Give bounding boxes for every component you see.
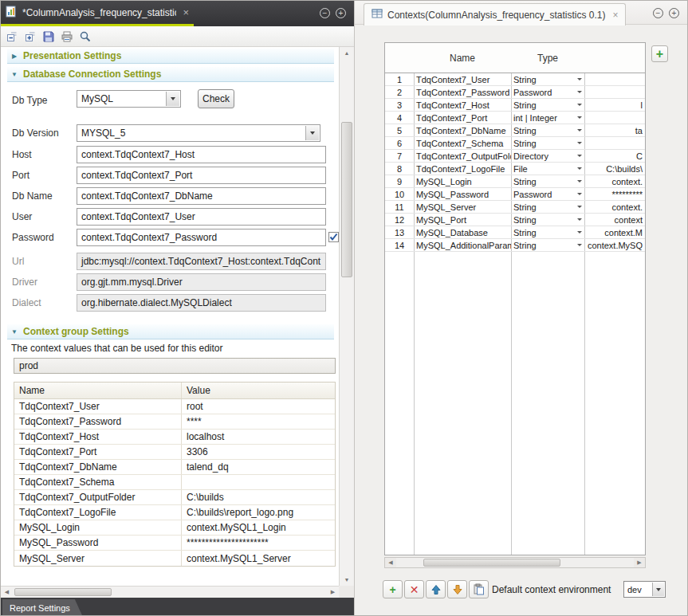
type-dropdown-icon[interactable]: [577, 206, 582, 208]
context-value-row[interactable]: TdqContext7_Schema: [14, 475, 335, 490]
variable-type-cell[interactable]: String: [511, 214, 584, 226]
variable-type-cell[interactable]: String: [511, 201, 584, 213]
variable-value-cell[interactable]: context.M: [584, 226, 645, 238]
contexts-table-row[interactable]: 1TdqContext7_UserString: [385, 73, 645, 86]
variable-value-cell[interactable]: [584, 112, 645, 124]
variable-name-cell[interactable]: MySQL_Password: [414, 188, 511, 200]
expand-all-icon[interactable]: [23, 29, 37, 44]
scroll-right-icon[interactable]: ▶: [327, 587, 339, 598]
scroll-left-icon[interactable]: ◀: [385, 558, 396, 567]
minimize-icon[interactable]: −: [653, 8, 663, 18]
type-dropdown-icon[interactable]: [577, 78, 582, 80]
environment-combo[interactable]: dev: [623, 581, 666, 598]
maximize-icon[interactable]: +: [669, 8, 679, 18]
scroll-left-icon[interactable]: ◀: [1, 587, 13, 598]
tab-contexts[interactable]: Contexts(ColumnAnalysis_frequency_statis…: [364, 3, 626, 26]
context-value-row[interactable]: MySQL_Logincontext.MySQL1_Login: [14, 520, 335, 536]
zoom-icon[interactable]: [78, 29, 92, 44]
move-up-button[interactable]: [426, 580, 446, 598]
contexts-table-row[interactable]: 13MySQL_DatabaseStringcontext.M: [385, 226, 645, 239]
contexts-table-row[interactable]: 6TdqContext7_SchemaString: [385, 137, 645, 150]
variable-type-cell[interactable]: Password: [511, 86, 584, 98]
variable-name-cell[interactable]: TdqContext7_Host: [414, 99, 511, 111]
contexts-table-row[interactable]: 7TdqContext7_OutputFolderDirectoryC: [385, 150, 645, 163]
type-dropdown-icon[interactable]: [577, 129, 582, 131]
vertical-scroll-thumb[interactable]: [341, 122, 352, 277]
variable-name-cell[interactable]: TdqContext7_OutputFolder: [414, 150, 511, 162]
contexts-table-row[interactable]: 10MySQL_PasswordPassword*********: [385, 188, 645, 201]
twisty-expanded-icon[interactable]: ▼: [10, 328, 18, 335]
context-value-row[interactable]: MySQL_Servercontext.MySQL1_Server: [14, 551, 335, 566]
tab-report-settings[interactable]: Report Settings: [2, 599, 83, 616]
variable-value-cell[interactable]: [584, 86, 645, 98]
type-dropdown-icon[interactable]: [577, 155, 582, 157]
contexts-table-row[interactable]: 9MySQL_LoginStringcontext.: [385, 175, 645, 188]
db-version-dropdown-icon[interactable]: [305, 126, 319, 140]
db-type-dropdown-icon[interactable]: [166, 92, 179, 106]
horizontal-scroll-thumb[interactable]: [14, 588, 112, 596]
variable-value-cell[interactable]: context.MySQ: [584, 239, 645, 251]
environment-dropdown-icon[interactable]: [652, 583, 664, 596]
variable-name-cell[interactable]: MySQL_AdditionalParams: [414, 239, 511, 251]
add-variable-button[interactable]: +: [383, 580, 403, 598]
scroll-down-icon[interactable]: ▼: [340, 574, 354, 586]
section-database-connection-settings[interactable]: ▼ Database Connection Settings: [7, 67, 334, 82]
variable-value-cell[interactable]: [584, 137, 645, 149]
context-value-row[interactable]: TdqContext7_OutputFolderC:\builds: [14, 490, 335, 505]
contexts-table-row[interactable]: 14MySQL_AdditionalParamsStringcontext.My…: [385, 239, 645, 252]
editor-vertical-scrollbar[interactable]: ▲ ▼: [339, 47, 354, 586]
collapse-all-icon[interactable]: [5, 29, 19, 44]
type-dropdown-icon[interactable]: [577, 104, 582, 106]
contexts-horizontal-scrollbar[interactable]: ◀ ▶: [384, 557, 646, 568]
contexts-table-row[interactable]: 5TdqContext7_DbNameStringta: [385, 124, 645, 137]
variable-value-cell[interactable]: [584, 73, 645, 85]
field-db-version[interactable]: MYSQL_5: [77, 124, 320, 142]
field-port[interactable]: context.TdqContext7_Port: [77, 167, 326, 184]
context-value-row[interactable]: TdqContext7_DbNametalend_dq: [14, 460, 335, 475]
variable-value-cell[interactable]: C:\builds\: [584, 163, 645, 175]
variable-type-cell[interactable]: String: [511, 239, 584, 251]
contexts-table-row[interactable]: 2TdqContext7_PasswordPassword: [385, 86, 645, 99]
variable-type-cell[interactable]: String: [511, 99, 584, 111]
field-db-name[interactable]: context.TdqContext7_DbName: [77, 187, 326, 205]
context-group-name-field[interactable]: prod: [14, 358, 336, 374]
variable-value-cell[interactable]: *********: [584, 188, 645, 200]
twisty-collapsed-icon[interactable]: ▶: [10, 53, 18, 60]
db-type-combo[interactable]: MySQL: [77, 90, 181, 108]
scroll-up-icon[interactable]: ▲: [340, 47, 354, 59]
minimize-icon[interactable]: −: [320, 8, 330, 18]
type-dropdown-icon[interactable]: [577, 116, 582, 119]
print-icon[interactable]: [60, 29, 74, 44]
contexts-table-row[interactable]: 3TdqContext7_HostStringl: [385, 99, 645, 112]
editor-tab[interactable]: *ColumnAnalysis_frequency_statistics 0.1…: [1, 1, 194, 26]
variable-type-cell[interactable]: Directory: [511, 150, 584, 162]
variable-name-cell[interactable]: TdqContext7_LogoFile: [414, 163, 511, 175]
type-dropdown-icon[interactable]: [577, 231, 582, 233]
variable-type-cell[interactable]: String: [511, 124, 584, 136]
variable-name-cell[interactable]: TdqContext7_Password: [414, 86, 511, 98]
variable-name-cell[interactable]: TdqContext7_User: [414, 73, 511, 85]
contexts-table-row[interactable]: 8TdqContext7_LogoFileFileC:\builds\: [385, 163, 645, 175]
context-value-row[interactable]: TdqContext7_LogoFileC:\builds\report_log…: [14, 505, 335, 520]
contexts-table-row[interactable]: 4TdqContext7_Portint | Integer: [385, 112, 645, 124]
maximize-icon[interactable]: +: [336, 8, 346, 18]
password-mask-checkbox[interactable]: [328, 232, 339, 242]
type-dropdown-icon[interactable]: [577, 167, 582, 170]
close-icon[interactable]: ×: [183, 6, 189, 18]
variable-type-cell[interactable]: String: [511, 137, 584, 149]
variable-type-cell[interactable]: String: [511, 175, 584, 187]
variable-name-cell[interactable]: MySQL_Server: [414, 201, 511, 213]
variable-value-cell[interactable]: context.: [584, 201, 645, 213]
variable-name-cell[interactable]: MySQL_Database: [414, 226, 511, 238]
copy-from-repository-button[interactable]: [469, 580, 489, 598]
contexts-table-row[interactable]: 11MySQL_ServerStringcontext.: [385, 201, 645, 214]
save-icon[interactable]: [41, 29, 56, 44]
context-value-row[interactable]: TdqContext7_Password****: [14, 414, 335, 430]
close-icon[interactable]: ×: [612, 10, 618, 21]
variable-type-cell[interactable]: Password: [511, 188, 584, 200]
section-context-group-settings[interactable]: ▼ Context group Settings: [7, 324, 334, 339]
remove-variable-button[interactable]: ✕: [404, 580, 424, 598]
type-dropdown-icon[interactable]: [577, 244, 582, 246]
variable-name-cell[interactable]: MySQL_Port: [414, 214, 511, 226]
field-host[interactable]: context.TdqContext7_Host: [77, 146, 326, 163]
